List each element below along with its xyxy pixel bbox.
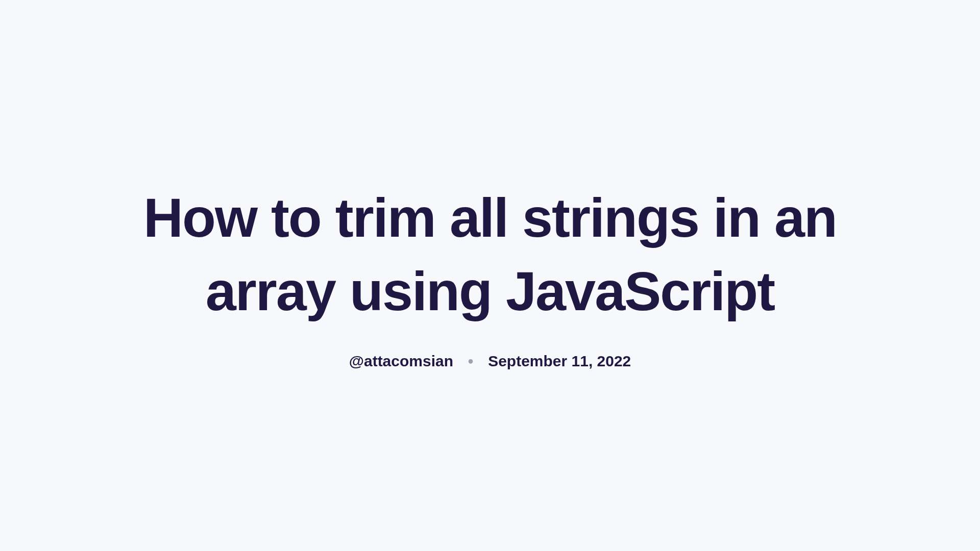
author-handle: @attacomsian (349, 353, 453, 370)
meta-separator-icon: ● (468, 355, 474, 367)
article-meta: @attacomsian ● September 11, 2022 (349, 353, 631, 370)
article-title: How to trim all strings in an array usin… (133, 181, 847, 328)
article-header: How to trim all strings in an array usin… (133, 181, 847, 369)
publish-date: September 11, 2022 (488, 353, 631, 370)
